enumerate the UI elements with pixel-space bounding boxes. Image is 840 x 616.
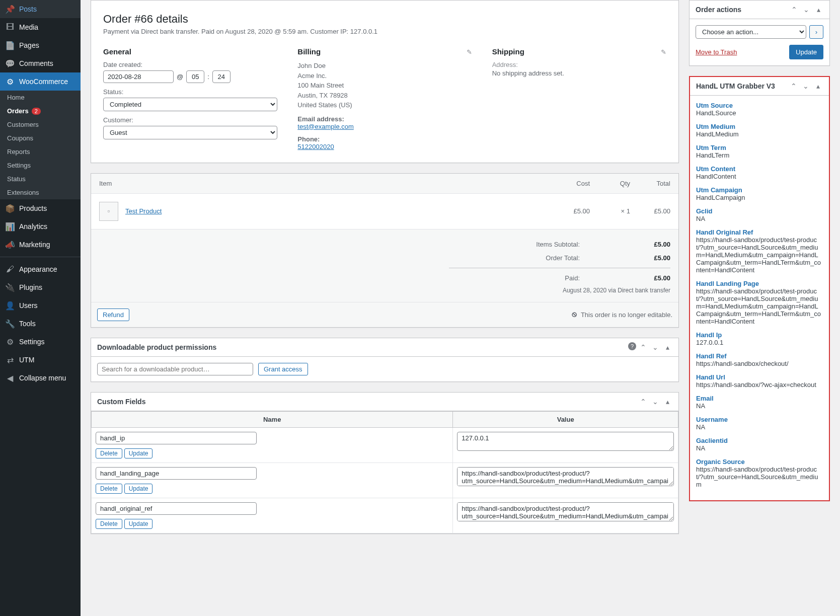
minute-input[interactable] <box>212 70 231 83</box>
settings-icon: ⚙ <box>5 337 15 347</box>
sidebar-sub-orders[interactable]: Orders2 <box>0 104 81 118</box>
sidebar-item-pages[interactable]: 📄Pages <box>0 36 81 54</box>
edit-billing-icon[interactable]: ✎ <box>467 48 472 56</box>
plugins-icon: 🔌 <box>5 282 15 292</box>
sidebar-item-media[interactable]: 🎞Media <box>0 18 81 36</box>
order-action-go-button[interactable]: › <box>809 25 823 39</box>
sidebar-sub-customers[interactable]: Customers <box>0 118 81 131</box>
sidebar-item-appearance[interactable]: 🖌Appearance <box>0 260 81 278</box>
sidebar-item-woocommerce[interactable]: ⚙ WooCommerce <box>0 72 81 91</box>
sidebar-item-marketing[interactable]: 📣Marketing <box>0 236 81 254</box>
cf-name-input[interactable] <box>96 432 257 444</box>
billing-phone-link[interactable]: 5122002020 <box>297 143 334 150</box>
products-icon: 📦 <box>5 203 15 213</box>
cf-update-button[interactable]: Update <box>124 448 153 458</box>
utm-item: Handl Original Refhttps://handl-sandbox/… <box>696 228 823 274</box>
utm-item: UsernameNA <box>696 416 823 431</box>
item-name-link[interactable]: Test Product <box>125 207 162 215</box>
collapse-icon[interactable]: ▴ <box>813 81 823 91</box>
chevron-down-icon[interactable]: ⌄ <box>650 397 660 407</box>
order-action-select[interactable]: Choose an action... <box>696 25 806 39</box>
items-header-item: Item <box>99 180 550 187</box>
billing-country: United States (US) <box>297 100 472 110</box>
status-select[interactable]: Completed <box>103 98 277 111</box>
collapse-icon[interactable]: ▴ <box>662 397 672 407</box>
hour-input[interactable] <box>186 70 204 83</box>
sidebar-label: Tools <box>19 320 36 328</box>
sidebar-sub-extensions[interactable]: Extensions <box>0 186 81 199</box>
cf-value-textarea[interactable]: https://handl-sandbox/product/test-produ… <box>457 467 674 486</box>
utm-item: Organic Sourcehttps://handl-sandbox/prod… <box>696 458 823 488</box>
sidebar-item-collapse-menu[interactable]: ◀Collapse menu <box>0 369 81 387</box>
sidebar-item-products[interactable]: 📦Products <box>0 199 81 217</box>
utm-value: https://handl-sandbox/?wc-ajax=checkout <box>696 381 816 389</box>
cf-name-input[interactable] <box>96 502 257 515</box>
grant-access-button[interactable]: Grant access <box>258 363 308 375</box>
order-total-value: £5.00 <box>630 254 670 262</box>
refund-button[interactable]: Refund <box>97 309 129 321</box>
sidebar-label: Users <box>19 301 38 310</box>
billing-email-link[interactable]: test@example.com <box>297 123 353 130</box>
sidebar-label: Analytics <box>19 222 47 230</box>
sidebar-item-posts[interactable]: 📌Posts <box>0 0 81 18</box>
sidebar-sub-coupons[interactable]: Coupons <box>0 131 81 145</box>
order-items-box: Item Cost Qty Total ▫ Test Product £5.00… <box>91 173 679 328</box>
sidebar-label: Plugins <box>19 283 42 291</box>
utm-grabber-box: HandL UTM Grabber V3 ⌃ ⌄ ▴ Utm SourceHan… <box>689 76 830 501</box>
custom-field-row: DeleteUpdatehttps://handl-sandbox/produc… <box>92 463 678 498</box>
date-input[interactable] <box>103 70 174 83</box>
collapse-icon[interactable]: ▴ <box>813 5 823 15</box>
cf-header-value: Value <box>453 411 678 427</box>
billing-name: John Doe <box>297 61 472 71</box>
item-qty: × 1 <box>590 207 630 215</box>
sidebar-sub-reports[interactable]: Reports <box>0 145 81 159</box>
utm-item: Utm MediumHandLMedium <box>696 123 823 138</box>
update-button[interactable]: Update <box>789 45 823 59</box>
sidebar-item-plugins[interactable]: 🔌Plugins <box>0 278 81 296</box>
sidebar-item-settings[interactable]: ⚙Settings <box>0 333 81 351</box>
sidebar-item-users[interactable]: 👤Users <box>0 296 81 315</box>
utm-label: Utm Campaign <box>696 186 823 194</box>
cf-delete-button[interactable]: Delete <box>96 484 122 494</box>
cf-delete-button[interactable]: Delete <box>96 519 122 529</box>
tools-icon: 🔧 <box>5 319 15 329</box>
chevron-down-icon[interactable]: ⌄ <box>801 5 811 15</box>
downloadable-search-input[interactable] <box>97 363 253 375</box>
billing-heading: Billing <box>297 47 472 56</box>
cf-update-button[interactable]: Update <box>124 519 153 529</box>
item-cost: £5.00 <box>550 207 590 215</box>
sidebar-sub-settings[interactable]: Settings <box>0 159 81 172</box>
order-actions-title: Order actions <box>696 6 789 14</box>
edit-shipping-icon[interactable]: ✎ <box>661 48 666 56</box>
move-to-trash-link[interactable]: Move to Trash <box>696 48 737 56</box>
cf-delete-button[interactable]: Delete <box>96 448 122 458</box>
posts-icon: 📌 <box>5 4 15 14</box>
sidebar-item-tools[interactable]: 🔧Tools <box>0 315 81 333</box>
cf-value-textarea[interactable]: 127.0.0.1 <box>457 432 674 451</box>
chevron-down-icon[interactable]: ⌄ <box>650 342 660 352</box>
help-icon[interactable]: ? <box>628 342 636 350</box>
sidebar-sub-label: Reports <box>7 148 30 156</box>
sidebar-sub-label: Coupons <box>7 134 33 142</box>
chevron-up-icon[interactable]: ⌃ <box>789 5 799 15</box>
chevron-up-icon[interactable]: ⌃ <box>638 342 648 352</box>
utm-item: Handl Refhttps://handl-sandbox/checkout/ <box>696 352 823 367</box>
sidebar-item-comments[interactable]: 💬Comments <box>0 54 81 72</box>
sidebar-sub-status[interactable]: Status <box>0 172 81 186</box>
sidebar-sub-home[interactable]: Home <box>0 91 81 104</box>
collapse-icon[interactable]: ▴ <box>662 342 672 352</box>
item-row: ▫ Test Product £5.00 × 1 £5.00 <box>91 194 678 229</box>
sidebar-item-utm[interactable]: ⇄UTM <box>0 351 81 369</box>
chevron-up-icon[interactable]: ⌃ <box>638 397 648 407</box>
cf-value-textarea[interactable]: https://handl-sandbox/product/test-produ… <box>457 502 674 521</box>
sidebar-item-analytics[interactable]: 📊Analytics <box>0 217 81 236</box>
cf-name-input[interactable] <box>96 467 257 480</box>
utm-value: NA <box>696 402 705 410</box>
comments-icon: 💬 <box>5 58 15 68</box>
utm-value: HandlContent <box>696 173 736 180</box>
chevron-up-icon[interactable]: ⌃ <box>789 81 799 91</box>
chevron-down-icon[interactable]: ⌄ <box>801 81 811 91</box>
utm-item: Handl Urlhttps://handl-sandbox/?wc-ajax=… <box>696 373 823 389</box>
cf-update-button[interactable]: Update <box>124 484 153 494</box>
customer-select[interactable]: Guest <box>103 126 277 139</box>
